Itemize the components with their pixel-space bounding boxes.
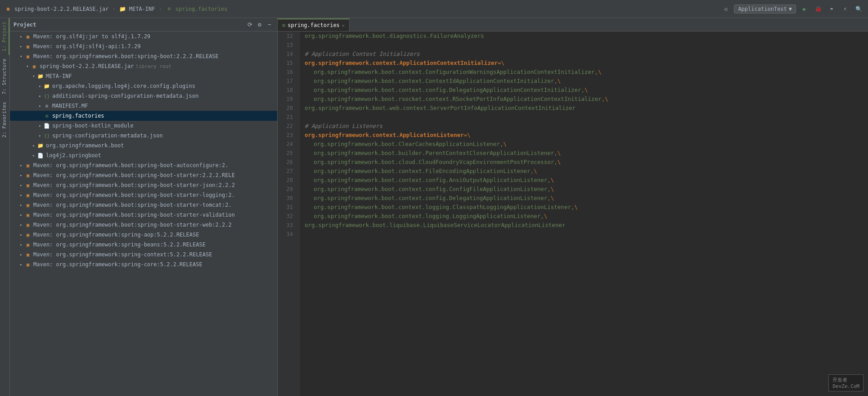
code-backslash: \	[558, 77, 561, 86]
tree-arrow: ▸	[31, 153, 37, 158]
line-number: 18	[278, 86, 297, 95]
tree-item[interactable]: ▸ ▣ Maven: org.springframework.boot:spri…	[10, 220, 277, 230]
tree-item[interactable]: ⚙ spring.factories	[10, 111, 277, 121]
tree-item-label: log4j2.springboot	[46, 152, 101, 159]
line-number: 27	[278, 167, 297, 176]
tree-item[interactable]: ▾ ▣ Maven: org.springframework.boot:spri…	[10, 51, 277, 61]
factories-icon: ⚙	[43, 112, 50, 119]
tree-arrow: ▸	[18, 252, 24, 257]
maven-icon: ▣	[24, 43, 31, 50]
main-area: 1: Project 7: Structure 2: Favorites Pro…	[0, 18, 868, 396]
profile-button[interactable]: ⚡	[840, 4, 850, 14]
folder-icon: 📁	[37, 73, 44, 80]
tree-arrow: ▸	[18, 232, 24, 237]
tree-item[interactable]: ▸ 📁 org.springframework.boot	[10, 141, 277, 150]
tree-arrow: ▸	[37, 123, 43, 128]
code-backslash: \	[585, 86, 588, 95]
sidebar-item-structure[interactable]: 7: Structure	[0, 55, 9, 98]
tree-item[interactable]: ▸ 📄 log4j2.springboot	[10, 150, 277, 160]
line-number: 34	[278, 230, 297, 239]
tree-item[interactable]: ▸ ▣ Maven: org.springframework.boot:spri…	[10, 170, 277, 180]
tree-item[interactable]: ▾ 📁 META-INF	[10, 71, 277, 81]
tree-arrow: ▾	[18, 54, 24, 59]
tree-item-label: spring-boot-2.2.2.RELEASE.jar	[40, 63, 134, 69]
sidebar-item-project[interactable]: 1: Project	[0, 18, 9, 55]
line-number: 28	[278, 176, 297, 185]
code-backslash: \	[598, 68, 602, 77]
tree-item[interactable]: ▸ 📁 org.apache.logging.log4j.core.config…	[10, 81, 277, 91]
code-line: org.springframework.boot.diagnostics.Fai…	[305, 32, 868, 41]
code-value: org.springframework.boot.ClearCachesAppl…	[305, 140, 503, 149]
json-icon: {}	[43, 132, 50, 139]
tree-item[interactable]: ▸ ▣ Maven: org.springframework.boot:spri…	[10, 200, 277, 210]
line-number: 26	[278, 158, 297, 167]
code-value: org.springframework.boot.context.logging…	[305, 212, 544, 221]
sidebar-item-favorites[interactable]: 2: Favorites	[0, 98, 9, 141]
code-value: org.springframework.boot.liquibase.Liqui…	[305, 221, 565, 230]
line-number: 17	[278, 77, 297, 86]
maven-icon: ▣	[24, 251, 31, 258]
jar-icon: ▣	[4, 5, 12, 13]
tree-arrow: ▸	[18, 44, 24, 49]
line-number: 25	[278, 149, 297, 158]
folder-icon: 📁	[43, 82, 50, 90]
run-config-dropdown-icon[interactable]: ▼	[789, 6, 792, 12]
line-number: 16	[278, 68, 297, 77]
tree-item-label: Maven: org.springframework:spring-contex…	[33, 251, 212, 258]
line-number: 32	[278, 212, 297, 221]
coverage-button[interactable]: ☂	[827, 4, 837, 14]
breadcrumb-metainf[interactable]: META-INF	[129, 6, 155, 12]
run-button[interactable]: ▶	[800, 4, 810, 14]
code-line: org.springframework.boot.context.config.…	[305, 86, 868, 95]
tree-item-label: Maven: org.springframework.boot:spring-b…	[33, 202, 232, 208]
tree-arrow: ▸	[18, 203, 24, 207]
code-area[interactable]: org.springframework.boot.diagnostics.Fai…	[300, 32, 868, 396]
editor-tab-factories[interactable]: ⚙ spring.factories ✕	[278, 18, 350, 31]
tree-item[interactable]: ▸ ▣ Maven: org.slf4j:slf4j-api:1.7.29	[10, 41, 277, 51]
maven-icon: ▣	[24, 182, 31, 189]
tree-item[interactable]: ▸ ▣ Maven: org.slf4j:jar to slf4j.1.7.29	[10, 32, 277, 41]
tree-item[interactable]: ▸ {} additional-spring-configuration-met…	[10, 91, 277, 101]
tab-close-button[interactable]: ✕	[342, 23, 345, 28]
code-line: org.springframework.boot.context.logging…	[305, 203, 868, 212]
back-button[interactable]: ◁	[720, 4, 730, 14]
code-backslash: \	[534, 167, 537, 176]
tree-item[interactable]: ▸ ▣ Maven: org.springframework:spring-co…	[10, 250, 277, 259]
tree-item[interactable]: ▸ ▣ Maven: org.springframework:spring-co…	[10, 259, 277, 269]
code-value: org.springframework.boot.builder.ParentC…	[305, 149, 558, 158]
code-backslash: \	[551, 185, 554, 194]
factories-file-icon: ⚙	[166, 5, 173, 13]
breadcrumb-jar[interactable]: spring-boot-2.2.2.RELEASE.jar	[14, 6, 109, 12]
code-value: org.springframework.boot.context.FileEnc…	[305, 167, 534, 176]
json-icon: {}	[43, 92, 50, 100]
tree-item[interactable]: ▸ ≡ MANIFEST.MF	[10, 101, 277, 111]
tree-arrow: ▸	[18, 173, 24, 178]
tree-item[interactable]: ▸ ▣ Maven: org.springframework.boot:spri…	[10, 210, 277, 220]
tree-arrow: ▸	[18, 213, 24, 217]
collapse-icon[interactable]: −	[265, 21, 274, 29]
run-config-selector[interactable]: ApplicationTest ▼	[734, 5, 796, 14]
breadcrumb: ▣ spring-boot-2.2.2.RELEASE.jar › 📁 META…	[4, 5, 720, 13]
debug-button[interactable]: 🐞	[813, 4, 823, 14]
maven-icon: ▣	[24, 241, 31, 248]
gear-icon[interactable]: ⚙	[256, 21, 264, 29]
tree-item-label: org.apache.logging.log4j.core.config.plu…	[52, 83, 195, 89]
tree-item[interactable]: ▸ ▣ Maven: org.springframework:spring-be…	[10, 240, 277, 250]
tree-item[interactable]: ▸ ▣ Maven: org.springframework:spring-ao…	[10, 230, 277, 240]
tree-arrow: ▸	[18, 34, 24, 39]
tree-item[interactable]: ▸ ▣ Maven: org.springframework.boot:spri…	[10, 190, 277, 200]
tree-item[interactable]: ▸ ▣ Maven: org.springframework.boot:spri…	[10, 160, 277, 170]
line-number: 23	[278, 131, 297, 140]
tree-item[interactable]: ▸ {} spring-configuration-metadata.json	[10, 131, 277, 141]
code-value: org.springframework.boot.context.Context…	[305, 77, 558, 86]
code-line: org.springframework.boot.context.config.…	[305, 176, 868, 185]
line-number: 13	[278, 41, 297, 50]
search-button[interactable]: 🔍	[854, 4, 864, 14]
tree-item[interactable]: ▸ ▣ Maven: org.springframework.boot:spri…	[10, 180, 277, 190]
tree-item[interactable]: ▾ ▣ spring-boot-2.2.2.RELEASE.jar librar…	[10, 61, 277, 71]
sync-icon[interactable]: ⟳	[246, 21, 254, 29]
line-number: 30	[278, 194, 297, 203]
tree-item[interactable]: ▸ 📄 spring-boot-kotlin_module	[10, 121, 277, 131]
tree-item-label: spring.factories	[52, 113, 104, 119]
tree-item-label: Maven: org.springframework.boot:spring-b…	[33, 162, 228, 168]
